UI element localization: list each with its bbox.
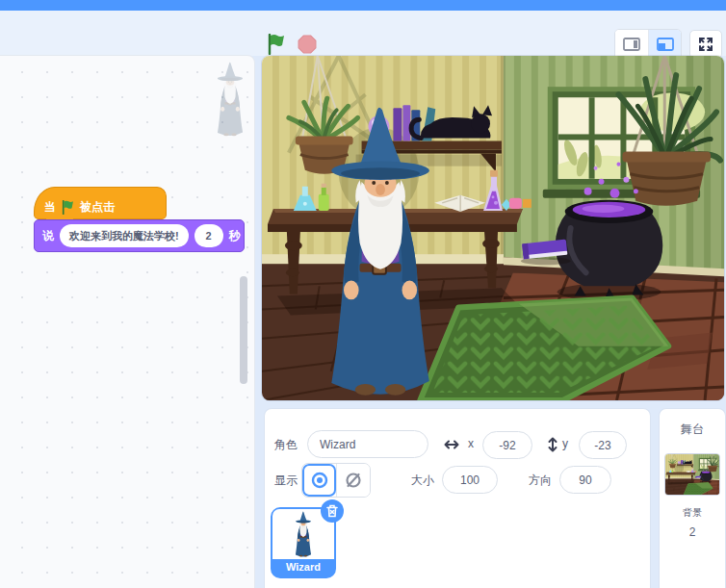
say-label: 说: [42, 228, 54, 244]
vertical-arrows-icon: [545, 437, 560, 452]
default-stage-layout-button[interactable]: [648, 30, 681, 59]
stage[interactable]: [262, 56, 724, 400]
backdrop-thumbnail-image: [665, 454, 719, 495]
say-for-secs-block[interactable]: 说 欢迎来到我的魔法学校! 2 秒: [34, 219, 245, 252]
eye-visible-icon: [311, 472, 328, 489]
stage-backdrop-wizard-room: [262, 56, 724, 400]
hide-sprite-button[interactable]: [336, 464, 370, 497]
brand-bar: [0, 0, 726, 11]
sprite-card-name: Wizard: [272, 559, 334, 576]
delete-sprite-button[interactable]: [321, 499, 344, 523]
code-area: 当 被点击 说 欢迎来到我的魔法学校! 2 秒: [0, 55, 255, 588]
trash-icon: [324, 503, 340, 519]
green-flag-icon: [266, 34, 287, 55]
small-stage-layout-button[interactable]: [615, 30, 648, 59]
sprite-label: 角色: [274, 437, 298, 453]
y-label: y: [562, 437, 568, 450]
fullscreen-icon: [698, 37, 713, 52]
eye-hidden-icon: [345, 472, 362, 489]
sprite-watermark: [212, 62, 248, 137]
show-sprite-button[interactable]: [302, 464, 336, 497]
visibility-toggle: [301, 463, 371, 498]
say-duration-input[interactable]: 2: [194, 224, 223, 247]
direction-label: 方向: [529, 473, 552, 489]
default-stage-layout-icon: [657, 38, 674, 51]
backdrop-thumbnail[interactable]: [664, 453, 720, 496]
when-label: 当: [44, 199, 56, 216]
menu-bar: [0, 11, 726, 56]
small-stage-layout-icon: [623, 38, 640, 51]
x-label: x: [468, 437, 474, 450]
size-label: 大小: [411, 473, 434, 489]
sprite-list-item-wizard[interactable]: Wizard: [271, 507, 336, 578]
clicked-label: 被点击: [80, 199, 115, 216]
say-message-input[interactable]: 欢迎来到我的魔法学校!: [60, 224, 189, 247]
backdrop-count: 2: [660, 525, 725, 539]
horizontal-arrows-icon: [444, 437, 459, 452]
green-flag-button[interactable]: [266, 34, 287, 55]
backdrop-label: 背景: [660, 506, 725, 520]
green-flag-icon: [61, 200, 75, 215]
x-position-input[interactable]: [482, 431, 532, 459]
show-label: 显示: [274, 473, 298, 489]
seconds-label: 秒: [229, 228, 241, 244]
stage-selector-panel[interactable]: 舞台 背景 2: [659, 408, 726, 588]
y-position-input[interactable]: [579, 431, 627, 459]
sprite-name-input[interactable]: [307, 430, 428, 458]
fullscreen-button[interactable]: [689, 30, 722, 59]
when-flag-clicked-block[interactable]: 当 被点击: [34, 187, 167, 219]
code-area-vertical-scrollbar[interactable]: [240, 276, 247, 384]
size-input[interactable]: [442, 466, 498, 494]
direction-input[interactable]: [559, 466, 611, 494]
stop-button[interactable]: [297, 34, 318, 55]
stop-icon: [298, 35, 317, 54]
sprite-info-panel: 角色 x y 显示 大小 方向 Wizard: [264, 408, 651, 588]
script-stack: 当 被点击 说 欢迎来到我的魔法学校! 2 秒: [34, 187, 245, 252]
stage-panel-title: 舞台: [660, 422, 725, 438]
wizard-thumbnail-image: [291, 511, 316, 557]
